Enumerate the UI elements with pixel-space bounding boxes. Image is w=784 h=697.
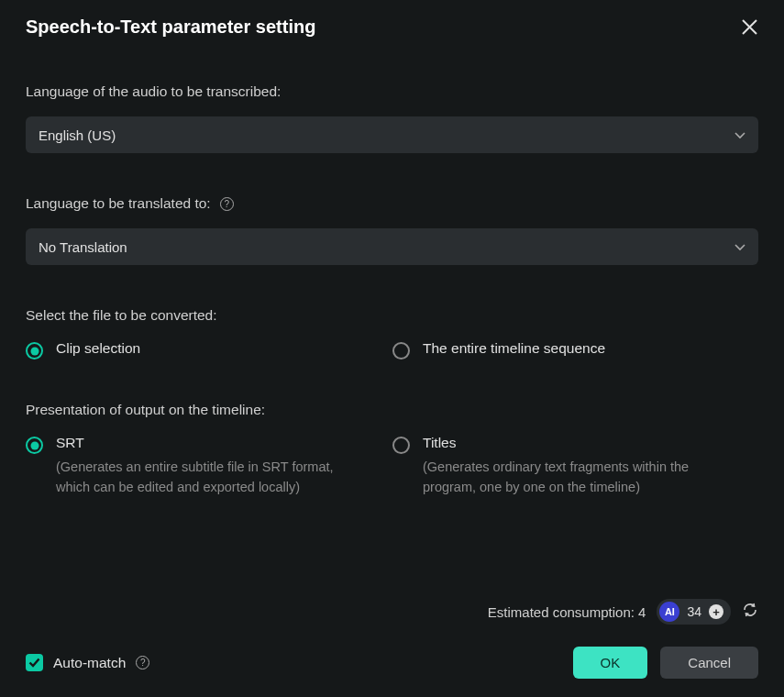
radio-timeline-label: The entire timeline sequence: [423, 340, 605, 357]
radio-entire-timeline[interactable]: The entire timeline sequence: [392, 340, 758, 360]
translate-language-select[interactable]: No Translation: [26, 228, 758, 265]
cancel-button[interactable]: Cancel: [660, 647, 758, 679]
estimated-consumption-label: Estimated consumption: 4: [488, 604, 646, 620]
stt-settings-dialog: Speech-to-Text parameter setting Languag…: [0, 0, 784, 697]
translate-language-label-text: Language to be translated to:: [26, 195, 211, 212]
radio-titles[interactable]: Titles (Generates ordinary text fragment…: [392, 435, 758, 498]
dialog-title: Speech-to-Text parameter setting: [26, 17, 315, 38]
refresh-icon[interactable]: [742, 602, 758, 622]
ai-badge-icon: AI: [659, 602, 679, 622]
radio-icon: [26, 437, 43, 454]
file-select-section: Select the file to be converted: Clip se…: [26, 307, 758, 360]
radio-clip-selection[interactable]: Clip selection: [26, 340, 392, 360]
output-presentation-section: Presentation of output on the timeline: …: [26, 402, 758, 498]
estimated-consumption-value: 4: [638, 604, 646, 620]
radio-icon: [392, 342, 410, 360]
radio-icon: [26, 342, 43, 360]
radio-titles-label: Titles: [423, 435, 734, 451]
file-select-label: Select the file to be converted:: [26, 307, 758, 324]
output-presentation-label: Presentation of output on the timeline:: [26, 402, 758, 418]
audio-language-label: Language of the audio to be transcribed:: [26, 83, 758, 100]
radio-icon: [392, 437, 410, 454]
audio-language-value: English (US): [39, 127, 116, 143]
automatch-row: Auto-match ?: [26, 654, 149, 671]
audio-language-section: Language of the audio to be transcribed:…: [26, 83, 758, 153]
chevron-down-icon: [734, 238, 745, 255]
button-row: OK Cancel: [573, 647, 758, 679]
translate-language-label: Language to be translated to: ?: [26, 195, 758, 212]
help-icon[interactable]: ?: [136, 656, 149, 669]
credits-pill: AI 34 +: [657, 599, 731, 625]
translate-language-section: Language to be translated to: ? No Trans…: [26, 195, 758, 265]
radio-titles-desc: (Generates ordinary text fragments withi…: [423, 457, 734, 498]
close-icon[interactable]: [740, 18, 758, 37]
output-radio-group: SRT (Generates an entire subtitle file i…: [26, 435, 758, 498]
audio-language-select[interactable]: English (US): [26, 116, 758, 153]
automatch-checkbox[interactable]: [26, 654, 43, 671]
chevron-down-icon: [734, 127, 745, 143]
footer-actions-row: Auto-match ? OK Cancel: [26, 647, 758, 679]
plus-icon[interactable]: +: [709, 604, 723, 619]
automatch-label: Auto-match: [53, 655, 126, 671]
radio-srt-label: SRT: [56, 435, 368, 451]
radio-srt-desc: (Generates an entire subtitle file in SR…: [56, 457, 368, 498]
credits-value: 34: [687, 604, 701, 619]
file-select-radio-group: Clip selection The entire timeline seque…: [26, 340, 758, 360]
footer-credits-row: Estimated consumption: 4 AI 34 +: [26, 599, 758, 625]
radio-srt[interactable]: SRT (Generates an entire subtitle file i…: [26, 435, 392, 498]
help-icon[interactable]: ?: [220, 197, 234, 211]
dialog-header: Speech-to-Text parameter setting: [26, 17, 758, 38]
radio-clip-label: Clip selection: [56, 340, 140, 357]
ok-button[interactable]: OK: [573, 647, 648, 679]
translate-language-value: No Translation: [39, 239, 127, 255]
